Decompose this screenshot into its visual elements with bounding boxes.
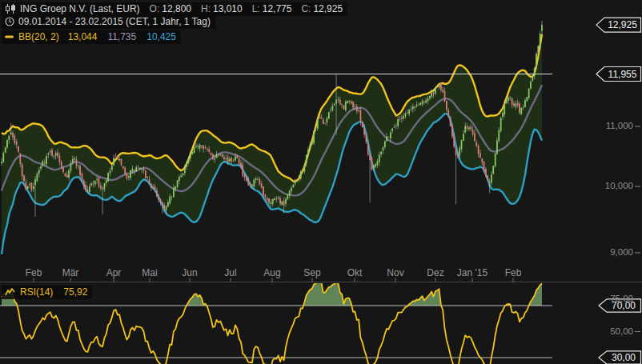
bb-label: BB(20, 2) bbox=[18, 31, 59, 42]
level-line-tag[interactable]: 11,955 bbox=[596, 67, 641, 82]
ohlc-open: O:12,800 bbox=[144, 3, 191, 14]
clock-icon bbox=[5, 17, 14, 26]
date-range-text: 09.01.2014 - 23.02.2015 (CET, 1 Jahr, 1 … bbox=[18, 16, 211, 27]
x-axis-label: Feb bbox=[16, 267, 51, 278]
bb-middle-value: 11,735 bbox=[107, 31, 136, 42]
x-axis-label: Aug bbox=[255, 267, 290, 278]
x-axis-label: Okt bbox=[337, 267, 372, 278]
bb-lower-value: 10,425 bbox=[146, 31, 176, 42]
x-axis-label: Jul bbox=[213, 267, 248, 278]
y-axis-label: 9,000 bbox=[610, 247, 633, 257]
rsi-line-icon bbox=[5, 288, 16, 297]
last-price-tag[interactable]: 12,925 bbox=[596, 18, 641, 32]
trading-chart-window: 12,92511,95570,0030,00 ING Groep N.V. (L… bbox=[0, 0, 642, 364]
x-axis-label: Feb bbox=[496, 267, 531, 278]
rsi-axis-label: 75,00 bbox=[610, 294, 633, 303]
bb-upper-value: 13,044 bbox=[68, 31, 98, 42]
price-chart-canvas[interactable]: 12,92511,95570,0030,00 bbox=[0, 0, 642, 364]
svg-text:11,955: 11,955 bbox=[608, 69, 637, 80]
date-range-row: 09.01.2014 - 23.02.2015 (CET, 1 Jahr, 1 … bbox=[2, 15, 215, 29]
rsi-legend-row[interactable]: RSI(14) 75,92 bbox=[2, 286, 92, 299]
svg-text:30,00: 30,00 bbox=[612, 352, 636, 363]
rsi-value: 75,92 bbox=[63, 286, 87, 298]
x-axis-label: Nov bbox=[378, 267, 413, 278]
candlestick-icon bbox=[5, 4, 16, 14]
x-axis-label: Dez bbox=[418, 267, 453, 278]
y-axis-label: 10,000 bbox=[605, 181, 633, 190]
ohlc-high: H:13,010 bbox=[195, 3, 243, 14]
main-plot-layer bbox=[0, 21, 596, 254]
bollinger-legend-row[interactable]: BB(20, 2) 13,044 11,735 10,425 bbox=[2, 30, 181, 44]
symbol-header-row: ING Groep N.V. (Last, EUR) O:12,800 H:13… bbox=[2, 2, 347, 16]
x-axis-label: Sep bbox=[295, 267, 330, 278]
ohlc-close: C:12,925 bbox=[295, 3, 343, 14]
x-axis-label: Mär bbox=[53, 267, 88, 278]
svg-text:12,925: 12,925 bbox=[608, 19, 637, 30]
rsi-level-tag[interactable]: 30,00 bbox=[599, 351, 641, 364]
bb-line-icon bbox=[5, 34, 14, 39]
x-axis-label: Apr bbox=[96, 267, 131, 278]
ohlc-low: L:12,775 bbox=[247, 3, 292, 14]
y-axis-label: 11,000 bbox=[606, 121, 633, 130]
symbol-title: ING Groep N.V. (Last, EUR) bbox=[20, 3, 140, 14]
rsi-label: RSI(14) bbox=[20, 286, 53, 298]
x-axis-label: Mai bbox=[132, 267, 167, 278]
x-axis-label: Jan '15 bbox=[455, 267, 490, 278]
rsi-axis-label: 50,00 bbox=[610, 326, 633, 336]
x-axis-label: Jun bbox=[172, 267, 207, 278]
